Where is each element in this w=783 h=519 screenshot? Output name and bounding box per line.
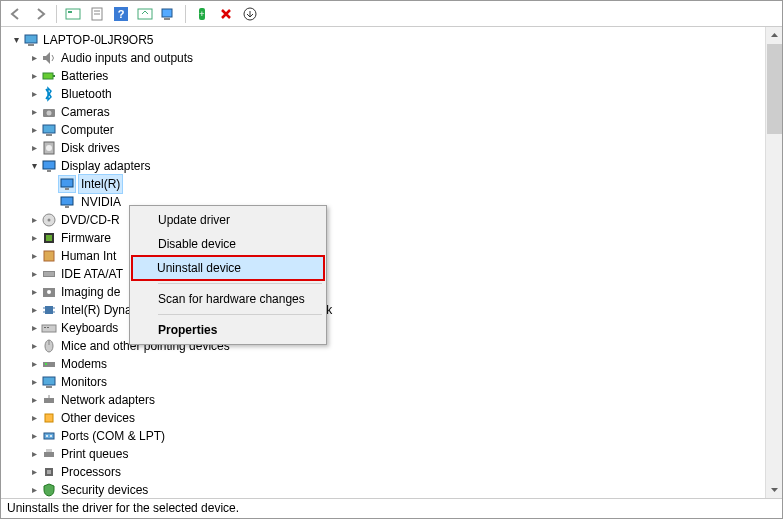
display-icon — [59, 176, 75, 192]
chevron-right-icon[interactable]: ▸ — [27, 301, 41, 319]
chevron-right-icon[interactable]: ▸ — [27, 139, 41, 157]
category-label: Keyboards — [61, 319, 118, 337]
category-node[interactable]: ▸Security devices — [5, 481, 765, 498]
category-node[interactable]: ▸Intel(R) Dynamic Platform and Thermal F… — [5, 301, 765, 319]
menu-item[interactable]: Scan for hardware changes — [132, 287, 324, 311]
add-legacy-button[interactable]: + — [191, 3, 213, 25]
down-button[interactable] — [239, 3, 261, 25]
device-tree[interactable]: ▾LAPTOP-0LJR9OR5▸Audio inputs and output… — [1, 27, 765, 498]
menu-item[interactable]: Disable device — [132, 232, 324, 256]
menu-item[interactable]: Properties — [132, 318, 324, 342]
scrollbar-thumb[interactable] — [767, 44, 782, 134]
chevron-right-icon[interactable]: ▸ — [27, 67, 41, 85]
chevron-right-icon[interactable]: ▸ — [27, 445, 41, 463]
network-icon — [41, 392, 57, 408]
chevron-right-icon[interactable]: ▸ — [27, 319, 41, 337]
back-button[interactable] — [5, 3, 27, 25]
category-label: Computer — [61, 121, 114, 139]
chevron-right-icon[interactable]: ▸ — [27, 49, 41, 67]
chevron-right-icon[interactable]: ▸ — [27, 121, 41, 139]
svg-rect-59 — [44, 452, 54, 457]
category-node[interactable]: ▸Imaging de — [5, 283, 765, 301]
svg-point-57 — [46, 435, 48, 437]
forward-button[interactable] — [29, 3, 51, 25]
menu-item[interactable]: Uninstall device — [131, 255, 325, 281]
remove-button[interactable] — [215, 3, 237, 25]
category-node[interactable]: ▸Mice and other pointing devices — [5, 337, 765, 355]
category-label: Display adapters — [61, 157, 150, 175]
category-node[interactable]: ▸IDE ATA/AT — [5, 265, 765, 283]
chevron-right-icon[interactable]: ▸ — [27, 265, 41, 283]
device-node[interactable]: NVIDIA — [5, 193, 765, 211]
chevron-right-icon[interactable]: ▸ — [27, 373, 41, 391]
svg-rect-33 — [44, 251, 54, 261]
category-node[interactable]: ▸Firmware — [5, 229, 765, 247]
chevron-right-icon[interactable]: ▸ — [27, 427, 41, 445]
chevron-right-icon[interactable]: ▸ — [27, 85, 41, 103]
svg-rect-25 — [61, 179, 73, 187]
device-label: NVIDIA — [79, 193, 123, 211]
chevron-right-icon[interactable]: ▸ — [27, 103, 41, 121]
category-node[interactable]: ▸Processors — [5, 463, 765, 481]
svg-rect-49 — [43, 362, 55, 367]
chevron-right-icon[interactable]: ▸ — [27, 463, 41, 481]
category-node[interactable]: ▸Keyboards — [5, 319, 765, 337]
scrollbar[interactable] — [765, 27, 782, 498]
dvd-icon — [41, 212, 57, 228]
category-node[interactable]: ▸Other devices — [5, 409, 765, 427]
category-node[interactable]: ▸Network adapters — [5, 391, 765, 409]
category-node[interactable]: ▸Bluetooth — [5, 85, 765, 103]
category-node[interactable]: ▸Computer — [5, 121, 765, 139]
chevron-down-icon[interactable]: ▾ — [9, 31, 23, 49]
category-node[interactable]: ▸Disk drives — [5, 139, 765, 157]
category-node[interactable]: ▸Audio inputs and outputs — [5, 49, 765, 67]
disk-icon — [41, 140, 57, 156]
category-label: Bluetooth — [61, 85, 112, 103]
device-node[interactable]: Intel(R) — [5, 175, 765, 193]
category-label: Processors — [61, 463, 121, 481]
scroll-down-button[interactable] — [766, 481, 783, 498]
category-node[interactable]: ▸Batteries — [5, 67, 765, 85]
chevron-right-icon[interactable]: ▸ — [27, 391, 41, 409]
chevron-right-icon[interactable]: ▸ — [27, 355, 41, 373]
properties-button[interactable] — [86, 3, 108, 25]
chevron-right-icon[interactable]: ▸ — [27, 283, 41, 301]
svg-rect-26 — [65, 188, 69, 190]
ide-icon — [41, 266, 57, 282]
category-node[interactable]: ▸DVD/CD-R — [5, 211, 765, 229]
display-icon — [41, 158, 57, 174]
security-icon — [41, 482, 57, 498]
tree-root[interactable]: ▾LAPTOP-0LJR9OR5 — [5, 31, 765, 49]
chevron-right-icon[interactable]: ▸ — [27, 337, 41, 355]
category-label: Firmware — [61, 229, 111, 247]
category-node[interactable]: ▸Modems — [5, 355, 765, 373]
category-node[interactable]: ▸Ports (COM & LPT) — [5, 427, 765, 445]
help-button[interactable]: ? — [110, 3, 132, 25]
menu-item[interactable]: Update driver — [132, 208, 324, 232]
port-icon — [41, 428, 57, 444]
svg-rect-46 — [47, 327, 49, 328]
show-hidden-button[interactable] — [62, 3, 84, 25]
update-button[interactable] — [134, 3, 156, 25]
chevron-right-icon[interactable]: ▸ — [27, 211, 41, 229]
svg-rect-1 — [68, 11, 72, 13]
chevron-right-icon[interactable]: ▸ — [27, 247, 41, 265]
category-label: Human Int — [61, 247, 116, 265]
svg-rect-16 — [53, 75, 55, 77]
chevron-right-icon[interactable]: ▸ — [27, 229, 41, 247]
chevron-down-icon[interactable]: ▾ — [27, 157, 41, 175]
category-node[interactable]: ▸Cameras — [5, 103, 765, 121]
category-node[interactable]: ▸Monitors — [5, 373, 765, 391]
category-node[interactable]: ▾Display adapters — [5, 157, 765, 175]
category-node[interactable]: ▸Print queues — [5, 445, 765, 463]
category-node[interactable]: ▸Human Int — [5, 247, 765, 265]
menu-item-label: Uninstall device — [157, 261, 241, 275]
firmware-icon — [41, 230, 57, 246]
svg-rect-20 — [46, 134, 52, 136]
chevron-right-icon[interactable]: ▸ — [27, 409, 41, 427]
root-label: LAPTOP-0LJR9OR5 — [43, 31, 154, 49]
chevron-right-icon[interactable]: ▸ — [27, 481, 41, 498]
scroll-up-button[interactable] — [766, 27, 783, 44]
device-label: Intel(R) — [79, 175, 122, 193]
scan-button[interactable] — [158, 3, 180, 25]
